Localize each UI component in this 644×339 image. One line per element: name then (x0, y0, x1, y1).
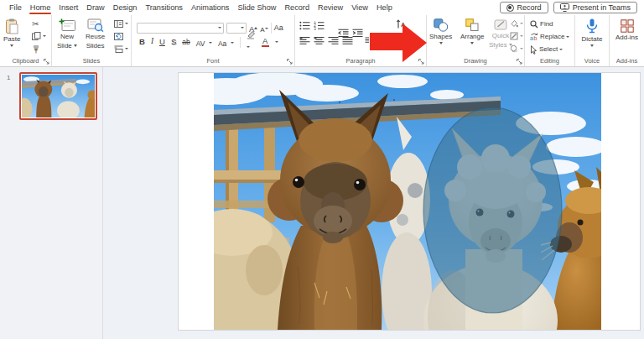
format-painter-button[interactable] (32, 44, 46, 54)
char-spacing-glyph: AV (196, 39, 205, 48)
tab-animations[interactable]: Animations (187, 2, 233, 14)
addins-grid-icon (621, 19, 634, 33)
quick-styles-button[interactable]: Quick Styles (489, 16, 512, 49)
text-highlight-button[interactable] (247, 30, 256, 55)
arrange-label: Arrange (460, 33, 484, 41)
slides-group: New Slide Reuse Slides (52, 15, 132, 66)
record-dot-icon (506, 4, 514, 12)
font-color-bar (262, 45, 269, 47)
underline-button[interactable]: U (159, 38, 165, 46)
align-right-icon (328, 36, 339, 45)
shape-outline-button[interactable] (510, 31, 523, 41)
arrange-button[interactable]: Arrange (460, 16, 484, 44)
quick-styles-label-1: Quick (492, 32, 509, 40)
align-center-button[interactable] (314, 36, 325, 45)
chevron-down-icon (590, 44, 594, 47)
shape-fill-button[interactable] (510, 18, 523, 29)
select-cursor-icon (530, 45, 538, 55)
decrease-font-size-button[interactable]: A (260, 20, 267, 35)
font-color-button[interactable]: A (262, 37, 269, 47)
font-group-label: Font (132, 57, 294, 65)
chevron-down-icon (520, 23, 523, 24)
font-dialog-launcher[interactable] (287, 59, 293, 65)
find-button[interactable]: Find (530, 19, 569, 29)
paste-label: Paste (3, 35, 20, 44)
slide-layout-button[interactable] (114, 18, 128, 29)
copy-button[interactable] (32, 31, 46, 41)
justify-button[interactable] (342, 36, 353, 45)
align-left-button[interactable] (299, 36, 310, 45)
strikethrough-button[interactable]: ab (182, 39, 190, 46)
character-spacing-button[interactable]: AV (196, 34, 212, 50)
tab-review[interactable]: Review (314, 2, 347, 14)
svg-text:b: b (534, 35, 538, 41)
replace-button[interactable]: ab Replace (530, 32, 569, 42)
shapes-label: Shapes (429, 33, 452, 41)
reuse-slides-button[interactable]: Reuse Slides (86, 16, 105, 50)
align-center-icon (314, 36, 325, 45)
chevron-down-icon (43, 35, 46, 37)
slide-photo[interactable] (214, 73, 601, 330)
tab-draw[interactable]: Draw (82, 2, 108, 14)
align-right-button[interactable] (328, 36, 339, 45)
reset-slide-button[interactable] (114, 31, 128, 41)
editing-group: Find ab Replace Select Editing (525, 15, 575, 66)
tab-design[interactable]: Design (109, 2, 142, 14)
chevron-down-icon (10, 44, 13, 47)
quick-styles-icon (494, 18, 508, 31)
chevron-down-icon (520, 48, 523, 50)
slide-1-thumbnail[interactable] (19, 72, 97, 120)
change-case-button[interactable]: Aa (218, 34, 234, 50)
shape-effects-button[interactable] (510, 44, 523, 54)
tab-insert[interactable]: Insert (55, 2, 82, 14)
tab-home[interactable]: Home (26, 2, 55, 14)
tab-file[interactable]: File (5, 2, 26, 14)
justify-icon (342, 36, 353, 45)
select-button[interactable]: Select (530, 44, 569, 55)
ribbon: Paste ✂ Clipboard New Slide (0, 15, 644, 67)
separator (271, 23, 272, 34)
font-size-combobox[interactable] (226, 23, 247, 34)
clipboard-dialog-launcher[interactable] (44, 59, 49, 65)
tab-transitions[interactable]: Transitions (141, 2, 187, 14)
numbered-list-icon: 123 (314, 21, 325, 30)
slide-number: 1 (7, 74, 10, 81)
present-in-teams-button[interactable]: Present in Teams (553, 2, 637, 13)
text-shadow-button[interactable]: S (171, 38, 176, 46)
ellipse-shape-overlay[interactable] (423, 107, 562, 313)
dictate-button[interactable]: Dictate (579, 16, 605, 47)
chevron-down-icon (559, 49, 563, 50)
section-button[interactable] (114, 44, 128, 54)
tab-record[interactable]: Record (280, 2, 314, 14)
tab-view[interactable]: View (347, 2, 372, 14)
menu-bar: File Home Insert Draw Design Transitions… (0, 0, 644, 15)
tab-help[interactable]: Help (372, 2, 397, 14)
replace-label: Replace (540, 33, 564, 41)
record-button[interactable]: Record (500, 2, 548, 13)
chevron-down-icon (231, 42, 234, 44)
chevron-down-icon (247, 46, 250, 48)
teams-screen-icon (560, 3, 569, 12)
chevron-down-icon (439, 42, 443, 44)
annotation-arrow (366, 20, 431, 65)
arrange-icon (465, 18, 480, 32)
voice-group-label: Voice (575, 57, 609, 65)
chevron-down-icon (566, 36, 569, 38)
italic-button[interactable]: I (151, 38, 153, 46)
tab-slide-show[interactable]: Slide Show (233, 2, 280, 14)
record-button-label: Record (517, 3, 542, 12)
chevron-down-icon (209, 42, 212, 44)
new-slide-button[interactable]: New Slide (57, 16, 77, 50)
slide-layout-icon (114, 20, 123, 28)
bold-button[interactable]: B (139, 38, 145, 46)
shapes-button[interactable]: Shapes (429, 16, 452, 44)
clear-formatting-button[interactable]: Aa (274, 24, 283, 32)
drawing-dialog-launcher[interactable] (517, 59, 522, 65)
paste-button[interactable]: Paste (3, 16, 20, 47)
cut-button[interactable]: ✂ (32, 18, 46, 29)
editing-group-label: Editing (525, 57, 574, 65)
slide-canvas[interactable] (179, 73, 640, 330)
replace-icon: ab (530, 33, 538, 41)
font-name-combobox[interactable] (137, 23, 224, 34)
addins-button[interactable]: Add-ins (614, 17, 640, 42)
